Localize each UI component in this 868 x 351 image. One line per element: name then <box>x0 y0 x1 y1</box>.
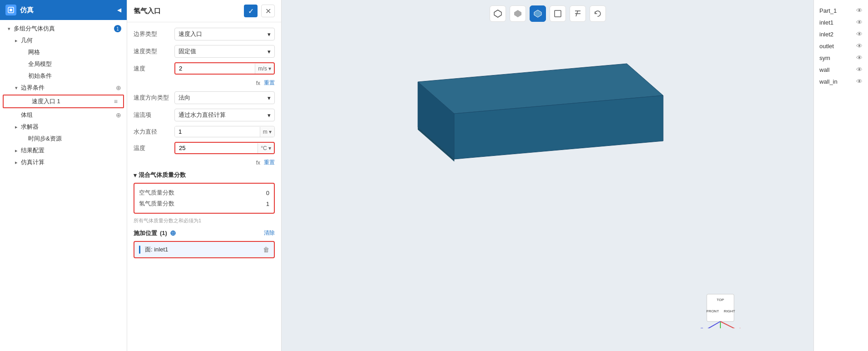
velocity-unit[interactable]: m/s ▾ <box>255 64 274 74</box>
svg-text:FRONT: FRONT <box>706 309 719 313</box>
sidebar-item-boundary[interactable]: ▾ 边界条件 ⊕ <box>0 82 127 94</box>
velocity-dir-text: 法向 <box>179 94 190 102</box>
panel-header: 氢气入口 ✓ ✕ <box>127 0 281 22</box>
sidebar-title: 仿真 <box>20 6 34 15</box>
velocity-dir-row: 速度方向类型 法向 ▾ <box>134 91 275 104</box>
wall-in-visibility-toggle[interactable]: 👁 <box>856 78 863 85</box>
view-solid-button[interactable] <box>510 5 526 22</box>
velocity-type-select[interactable]: 固定值 ▾ <box>174 45 275 58</box>
inlet1-visibility-toggle[interactable]: 👁 <box>856 19 863 26</box>
view-wireframe-button[interactable] <box>550 5 566 22</box>
hydraulic-value: m ▾ <box>174 126 275 137</box>
apply-title: 施加位置 (1) ⊕ <box>134 229 176 237</box>
sidebar-item-multi-gas[interactable]: ▾ 多组分气体仿真 1 <box>0 23 127 35</box>
sidebar-item-global-model[interactable]: ▸ 全局模型 <box>0 58 127 70</box>
velocity-label: 速度 <box>134 65 174 73</box>
sidebar-item-mesh[interactable]: ▸ 网格 <box>0 46 127 58</box>
part1-visibility-toggle[interactable]: 👁 <box>856 7 863 14</box>
sidebar-add-boundary[interactable]: ⊕ <box>116 84 121 91</box>
view-section-button[interactable] <box>570 5 586 22</box>
visibility-item-outlet[interactable]: outlet 👁 <box>814 40 868 52</box>
sidebar-item-geometry[interactable]: ▸ 几何 <box>0 35 127 46</box>
temperature-input[interactable] <box>175 143 258 153</box>
view-toolbar <box>490 5 606 22</box>
velocity-input[interactable] <box>175 63 255 74</box>
temperature-value: °C ▾ <box>174 142 275 154</box>
wall-in-label: wall_in <box>819 78 838 85</box>
apply-add-button[interactable]: ⊕ <box>170 229 176 237</box>
tree-toggle-result[interactable]: ▸ <box>13 147 20 154</box>
hydraulic-unit[interactable]: m ▾ <box>260 127 274 137</box>
tree-toggle-geometry[interactable]: ▸ <box>13 37 20 44</box>
turbulence-label: 湍流项 <box>134 111 174 119</box>
main-view: TOP FRONT RIGHT Y X Z Part_1 👁 <box>282 0 868 351</box>
velocity-value: m/s ▾ <box>174 62 275 75</box>
sidebar-label-mesh: 网格 <box>28 48 121 56</box>
visibility-item-inlet1[interactable]: inlet1 👁 <box>814 16 868 28</box>
apply-delete-button[interactable]: 🗑 <box>263 246 269 253</box>
air-fraction-row: 空气质量分数 0 <box>139 187 269 198</box>
wall-visibility-toggle[interactable]: 👁 <box>856 66 863 73</box>
turbulence-text: 通过水力直径计算 <box>179 111 226 119</box>
sym-label: sym <box>819 55 830 61</box>
sidebar-item-solver[interactable]: ▸ 求解器 <box>0 121 127 133</box>
sidebar-label-result-config: 结果配置 <box>21 146 121 155</box>
sidebar-item-velocity-inlet[interactable]: ▸ 速度入口 1 ≡ <box>3 95 124 108</box>
outlet-visibility-toggle[interactable]: 👁 <box>856 42 863 50</box>
mass-fraction-title[interactable]: ▾ 混合气体质量分数 <box>134 171 275 179</box>
close-button[interactable]: ✕ <box>261 5 275 17</box>
confirm-button[interactable]: ✓ <box>244 5 258 17</box>
visibility-item-sym[interactable]: sym 👁 <box>814 52 868 64</box>
3d-shape-svg <box>363 45 681 218</box>
visibility-item-wall[interactable]: wall 👁 <box>814 64 868 75</box>
turbulence-select[interactable]: 通过水力直径计算 ▾ <box>174 109 275 121</box>
sidebar-velocity-inlet-menu[interactable]: ≡ <box>114 98 118 105</box>
temperature-fx-button[interactable]: fx <box>256 160 260 166</box>
velocity-fx-button[interactable]: fx <box>256 80 260 86</box>
tree-toggle-multi-gas[interactable]: ▾ <box>5 25 13 32</box>
boundary-type-text: 速度入口 <box>179 30 202 38</box>
boundary-type-chevron: ▾ <box>268 31 271 38</box>
sidebar: 仿真 ◀ ▾ 多组分气体仿真 1 ▸ 几何 ▸ 网格 ▸ 全局模型 ▸ 初始条件 <box>0 0 127 351</box>
3d-object <box>363 45 636 182</box>
sidebar-label-boundary: 边界条件 <box>21 84 116 92</box>
velocity-reset-button[interactable]: 重置 <box>264 79 275 87</box>
sidebar-header: 仿真 ◀ <box>0 0 127 20</box>
visibility-item-wall-in[interactable]: wall_in 👁 <box>814 75 868 87</box>
boundary-type-select[interactable]: 速度入口 ▾ <box>174 28 275 40</box>
velocity-dir-value: 法向 ▾ <box>174 91 275 104</box>
sidebar-badge-multi-gas: 1 <box>114 25 121 32</box>
tree-toggle-sim-calc[interactable]: ▸ <box>13 159 20 166</box>
view-reset-button[interactable] <box>590 5 606 22</box>
sidebar-item-initial-cond[interactable]: ▸ 初始条件 <box>0 70 127 82</box>
velocity-dir-select[interactable]: 法向 ▾ <box>174 91 275 104</box>
sidebar-item-time-step[interactable]: ▸ 时间步&资源 <box>0 133 127 145</box>
sidebar-item-sim-calc[interactable]: ▸ 仿真计算 <box>0 156 127 168</box>
hydraulic-row: 水力直径 m ▾ <box>134 126 275 137</box>
visibility-item-part1[interactable]: Part_1 👁 <box>814 5 868 16</box>
apply-clear-button[interactable]: 清除 <box>264 229 275 237</box>
visibility-item-inlet2[interactable]: inlet2 👁 <box>814 28 868 40</box>
sidebar-add-body[interactable]: ⊕ <box>116 111 121 119</box>
hydraulic-input[interactable] <box>175 126 260 137</box>
temperature-unit[interactable]: °C ▾ <box>258 143 274 153</box>
velocity-row: 速度 m/s ▾ <box>134 62 275 75</box>
temperature-reset-button[interactable]: 重置 <box>264 159 275 166</box>
tree-toggle-boundary[interactable]: ▾ <box>13 84 20 91</box>
mass-fraction-box: 空气质量分数 0 氢气质量分数 1 <box>134 183 275 214</box>
inlet2-visibility-toggle[interactable]: 👁 <box>856 30 863 38</box>
sym-visibility-toggle[interactable]: 👁 <box>856 54 863 61</box>
svg-line-13 <box>720 321 739 328</box>
apply-count: (1) <box>160 230 167 236</box>
sidebar-item-result-config[interactable]: ▸ 结果配置 <box>0 145 127 156</box>
sidebar-collapse-button[interactable]: ◀ <box>117 7 121 13</box>
sidebar-item-body-group[interactable]: ▸ 体组 ⊕ <box>0 109 127 121</box>
hydraulic-label: 水力直径 <box>134 128 174 136</box>
sidebar-label-sim-calc: 仿真计算 <box>21 158 121 166</box>
view-wireframe-face-button[interactable] <box>530 5 546 22</box>
view-outline-button[interactable] <box>490 5 506 22</box>
mass-fraction-label: 混合气体质量分数 <box>139 171 186 179</box>
tree-toggle-solver[interactable]: ▸ <box>13 123 20 130</box>
svg-line-15 <box>704 321 720 328</box>
velocity-type-text: 固定值 <box>179 47 196 55</box>
